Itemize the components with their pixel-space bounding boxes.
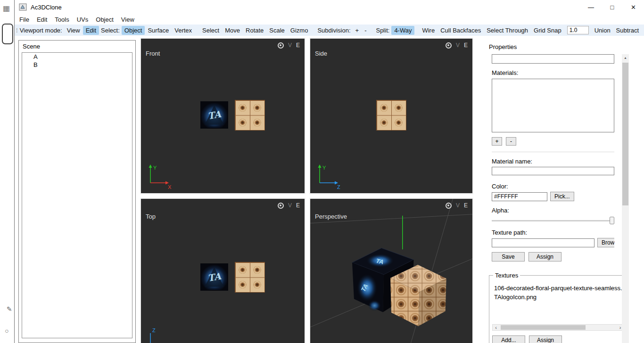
viewport-maximize-icon[interactable] (446, 42, 452, 49)
scroll-up-icon[interactable]: ▲ (622, 54, 629, 61)
ta-cube-object[interactable]: TA (200, 101, 228, 129)
color-pick-button[interactable]: Pick... (550, 192, 574, 201)
floral-cube-object[interactable] (376, 100, 406, 131)
alpha-slider[interactable] (492, 217, 614, 224)
toolbar-grip-icon[interactable]: ⁞ (16, 27, 17, 34)
vscroll-thumb[interactable] (622, 63, 628, 205)
properties-scrollbar[interactable]: ▲ (622, 54, 629, 343)
tool-box-button[interactable] (2, 24, 13, 44)
menu-edit[interactable]: Edit (33, 15, 51, 24)
browse-button[interactable]: Browse... (597, 238, 614, 247)
split-label: Split: (374, 26, 391, 35)
viewport-view-toggle[interactable]: V (288, 202, 292, 209)
union-button[interactable]: Union (592, 26, 613, 35)
material-name-input[interactable] (492, 167, 614, 175)
select-mode-label: Select: (99, 26, 122, 35)
cull-backfaces-button[interactable]: Cull Backfaces (438, 26, 484, 35)
alpha-label: Alpha: (492, 207, 614, 214)
floral-cube-object[interactable] (235, 100, 265, 131)
texture-add-button[interactable]: Add... (492, 335, 525, 343)
save-button[interactable]: Save (492, 252, 525, 261)
minimize-button[interactable]: — (580, 0, 602, 14)
viewport-label: Front (146, 50, 160, 57)
viewport-view-toggle[interactable]: V (456, 202, 460, 209)
viewport-top[interactable]: Top V E TA Z (140, 198, 305, 343)
viewport-front[interactable]: Front V E TA Y X (140, 38, 305, 194)
ta-cube-object[interactable]: TA (200, 263, 228, 291)
viewport-header-icons: V E (278, 202, 300, 209)
textures-listbox[interactable]: 106-decorated-floral-parquet-texture-sea… (492, 280, 624, 324)
circle-icon[interactable]: ○ (5, 327, 8, 335)
floral-cube-object[interactable] (235, 262, 265, 293)
viewport-label: Top (146, 213, 156, 220)
viewport-mode-label: Viewport mode: (18, 26, 64, 35)
menu-object[interactable]: Object (92, 15, 117, 24)
viewport-mode-view-button[interactable]: View (64, 26, 83, 35)
select-vertex-button[interactable]: Vertex (172, 26, 195, 35)
subdivision-label: Subdivision: (315, 26, 352, 35)
material-add-button[interactable]: + (492, 137, 502, 146)
axis-gizmo: Y Z (315, 163, 345, 190)
texture-path-input[interactable] (492, 238, 594, 247)
tool-select-button[interactable]: Select (199, 26, 222, 35)
floral-cube-3d[interactable] (390, 265, 446, 326)
viewport-edit-toggle[interactable]: E (464, 42, 468, 49)
object-name-input[interactable] (492, 54, 614, 64)
subdivision-minus-button[interactable]: - (362, 26, 369, 35)
perspective-canvas[interactable]: TA TA (310, 199, 472, 343)
viewport-maximize-icon[interactable] (446, 203, 452, 209)
materials-listbox[interactable] (492, 79, 614, 132)
viewport-side[interactable]: Side V E Y Z (309, 38, 473, 194)
subdivision-plus-button[interactable]: + (353, 26, 362, 35)
scene-tree-item-b[interactable]: B (22, 61, 132, 69)
pen-icon[interactable]: ✎ (7, 305, 12, 313)
scroll-left-icon[interactable]: ‹ (493, 325, 499, 330)
properties-panel: Properties Materials: + - Material name:… (486, 41, 622, 343)
intersect-button[interactable]: Intersect (642, 26, 644, 35)
color-input[interactable] (492, 192, 547, 201)
scene-panel-title: Scene (19, 41, 135, 51)
close-button[interactable]: ✕ (623, 0, 644, 14)
tool-gizmo-button[interactable]: Gizmo (288, 26, 311, 35)
maximize-button[interactable]: □ (602, 0, 623, 14)
subtract-button[interactable]: Subtract (613, 26, 642, 35)
texture-item[interactable]: TAlogoIcon.png (492, 293, 624, 302)
texture-item[interactable]: 106-decorated-floral-parquet-texture-sea… (492, 284, 624, 293)
tool-move-button[interactable]: Move (222, 26, 243, 35)
background-app-strip: ▦ ✎ ○ (0, 0, 14, 343)
grid-snap-button[interactable]: Grid Snap (531, 26, 564, 35)
grid-icon[interactable]: ▦ (3, 4, 10, 13)
hscroll-thumb[interactable] (501, 325, 586, 330)
textures-hscrollbar[interactable]: ‹ › (492, 324, 624, 331)
select-surface-button[interactable]: Surface (145, 26, 172, 35)
viewport-view-toggle[interactable]: V (456, 42, 460, 49)
viewport-view-toggle[interactable]: V (288, 42, 292, 49)
texture-assign-button[interactable]: Assign (529, 335, 562, 343)
scene-tree-item-a[interactable]: A (22, 53, 132, 61)
menu-view[interactable]: View (117, 15, 138, 24)
wire-button[interactable]: Wire (419, 26, 438, 35)
properties-title: Properties (489, 43, 622, 50)
scene-tree[interactable]: A B (22, 52, 132, 338)
svg-text:X: X (168, 184, 172, 190)
menu-file[interactable]: File (16, 15, 33, 24)
viewport-perspective[interactable]: Perspective V E (309, 198, 473, 343)
viewport-edit-toggle[interactable]: E (296, 42, 300, 49)
viewport-edit-toggle[interactable]: E (296, 202, 300, 209)
split-4way-button[interactable]: 4-Way (391, 26, 414, 35)
tool-rotate-button[interactable]: Rotate (243, 26, 266, 35)
grid-snap-input[interactable] (567, 26, 589, 34)
viewport-maximize-icon[interactable] (278, 42, 284, 49)
assign-material-button[interactable]: Assign (528, 252, 561, 261)
viewport-maximize-icon[interactable] (278, 203, 284, 209)
viewport-edit-toggle[interactable]: E (464, 202, 468, 209)
viewport-mode-edit-button[interactable]: Edit (83, 26, 99, 35)
select-through-button[interactable]: Select Through (484, 26, 531, 35)
tool-scale-button[interactable]: Scale (266, 26, 288, 35)
alpha-slider-handle[interactable] (610, 217, 614, 224)
menu-tools[interactable]: Tools (51, 15, 73, 24)
material-remove-button[interactable]: - (506, 137, 516, 146)
select-object-button[interactable]: Object (122, 26, 145, 35)
menu-uvs[interactable]: UVs (73, 15, 92, 24)
ta-logo-text: TA (200, 263, 228, 291)
